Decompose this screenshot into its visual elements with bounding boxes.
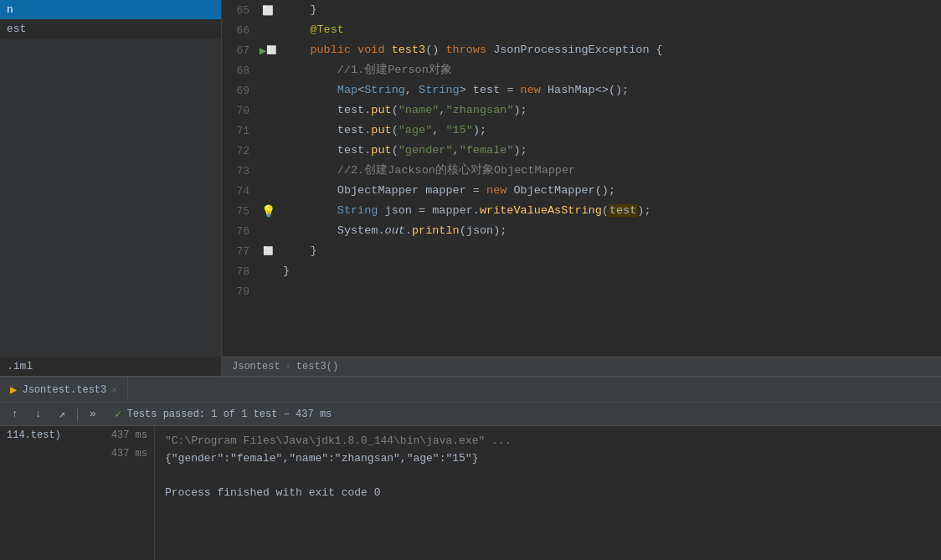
code-line-77: 77 ⬜ } bbox=[222, 241, 941, 261]
breadcrumb-bar: Jsontest › test3() bbox=[222, 357, 941, 376]
code-line-70: 70 test.put("name","zhangsan"); bbox=[222, 100, 941, 121]
test-status: ✓ Tests passed: 1 of 1 test – 437 ms bbox=[108, 407, 338, 421]
editor-area: n est .iml 65 ⬜ } 66 bbox=[0, 0, 941, 376]
line-num-70: 70 bbox=[222, 105, 260, 117]
bookmark-icon-65[interactable]: ⬜ bbox=[262, 5, 274, 16]
run-item-label-0: 114.test) bbox=[7, 429, 61, 441]
line-num-68: 68 bbox=[222, 64, 260, 77]
line-code-67: public void test3() throws JsonProcessin… bbox=[276, 40, 941, 60]
output-line-0: "C:\Program Files\Java\jdk1.8.0_144\bin\… bbox=[165, 433, 931, 450]
test-status-text: Tests passed: 1 of 1 test – 437 ms bbox=[126, 408, 332, 420]
toolbar-dots-btn[interactable]: » bbox=[85, 406, 101, 423]
line-num-79: 79 bbox=[222, 285, 260, 298]
code-line-65: 65 ⬜ } bbox=[222, 0, 941, 20]
sidebar-item-est[interactable]: est bbox=[0, 19, 221, 39]
output-line-3: Process finished with exit code 0 bbox=[165, 485, 931, 502]
line-code-71: test.put("age", "15"); bbox=[276, 121, 941, 141]
output-line-2 bbox=[165, 468, 931, 486]
tab-label: Jsontest.test3 bbox=[22, 384, 106, 396]
test-passed-icon: ✓ bbox=[115, 407, 121, 421]
code-lines: 65 ⬜ } 66 @Test 67 ▶ bbox=[222, 0, 941, 301]
code-line-79: 79 bbox=[222, 281, 941, 301]
line-num-71: 71 bbox=[222, 125, 260, 137]
breadcrumb-method[interactable]: test3() bbox=[296, 361, 338, 372]
toolbar-export-btn[interactable]: ↗ bbox=[54, 406, 70, 423]
line-gutter-65: ⬜ bbox=[260, 5, 276, 16]
run-icon-67[interactable]: ▶ bbox=[260, 44, 266, 58]
run-item-duration-1: 437 ms bbox=[111, 448, 147, 460]
output-line-1: {"gender":"female","name":"zhangsan","ag… bbox=[165, 450, 931, 468]
line-code-76: System.out.println(json); bbox=[276, 221, 941, 241]
bottom-toolbar: ↑ ↓ ↗ » ✓ Tests passed: 1 of 1 test – 43… bbox=[0, 403, 941, 426]
line-code-77: } bbox=[276, 241, 941, 261]
line-num-77: 77 bbox=[222, 245, 260, 258]
line-num-72: 72 bbox=[222, 145, 260, 157]
bottom-tabs: ▶ Jsontest.test3 ✕ bbox=[0, 378, 941, 403]
code-line-78: 78 } bbox=[222, 261, 941, 281]
bottom-panel: ▶ Jsontest.test3 ✕ ↑ ↓ ↗ » ✓ Tests passe… bbox=[0, 376, 941, 560]
toolbar-down-btn[interactable]: ↓ bbox=[30, 406, 47, 423]
line-code-70: test.put("name","zhangsan"); bbox=[276, 100, 941, 121]
bookmark-icon-77[interactable]: ⬜ bbox=[263, 246, 273, 256]
line-num-74: 74 bbox=[222, 185, 260, 198]
line-num-66: 66 bbox=[222, 24, 260, 37]
run-left-panel: 114.test) 437 ms 437 ms bbox=[0, 426, 155, 560]
run-output[interactable]: "C:\Program Files\Java\jdk1.8.0_144\bin\… bbox=[155, 426, 941, 560]
run-item-1[interactable]: 437 ms bbox=[0, 444, 154, 463]
code-line-72: 72 test.put("gender","female"); bbox=[222, 141, 941, 161]
code-line-67: 67 ▶ ⬜ public void test3() throws JsonPr… bbox=[222, 40, 941, 60]
run-item-0[interactable]: 114.test) 437 ms bbox=[0, 426, 154, 444]
code-line-68: 68 //1.创建Person对象 bbox=[222, 60, 941, 80]
line-code-74: ObjectMapper mapper = new ObjectMapper()… bbox=[276, 181, 941, 201]
line-code-68: //1.创建Person对象 bbox=[276, 60, 941, 80]
bottom-tab-jsontest[interactable]: ▶ Jsontest.test3 ✕ bbox=[0, 378, 128, 402]
code-line-76: 76 System.out.println(json); bbox=[222, 221, 941, 241]
breadcrumb-class[interactable]: Jsontest bbox=[232, 361, 280, 372]
line-gutter-67: ▶ ⬜ bbox=[260, 44, 276, 58]
code-panel: 65 ⬜ } 66 @Test 67 ▶ bbox=[222, 0, 941, 376]
code-line-74: 74 ObjectMapper mapper = new ObjectMappe… bbox=[222, 181, 941, 201]
line-code-75: String json = mapper.writeValueAsString(… bbox=[276, 201, 941, 221]
line-gutter-75: 💡 bbox=[260, 204, 276, 218]
sidebar-item-n[interactable]: n bbox=[0, 0, 221, 19]
bottom-content: 114.test) 437 ms 437 ms "C:\Program File… bbox=[0, 426, 941, 560]
sidebar-item-iml[interactable]: .iml bbox=[0, 357, 221, 376]
sidebar-label-n: n bbox=[7, 3, 13, 16]
code-line-66: 66 @Test bbox=[222, 20, 941, 40]
line-gutter-77: ⬜ bbox=[260, 246, 276, 256]
toolbar-up-btn[interactable]: ↑ bbox=[7, 406, 23, 423]
line-num-65: 65 bbox=[222, 4, 260, 17]
breadcrumb-separator: › bbox=[285, 361, 291, 372]
code-line-71: 71 test.put("age", "15"); bbox=[222, 121, 941, 141]
sidebar-bottom bbox=[0, 39, 221, 357]
line-num-76: 76 bbox=[222, 225, 260, 238]
code-line-75: 75 💡 String json = mapper.writeValueAsSt… bbox=[222, 201, 941, 221]
sidebar: n est .iml bbox=[0, 0, 222, 376]
code-content[interactable]: 65 ⬜ } 66 @Test 67 ▶ bbox=[222, 0, 941, 357]
bulb-icon-75[interactable]: 💡 bbox=[261, 204, 275, 218]
line-code-78: } bbox=[276, 261, 941, 281]
tab-close-icon[interactable]: ✕ bbox=[111, 384, 117, 395]
line-num-73: 73 bbox=[222, 165, 260, 177]
run-item-duration-0: 437 ms bbox=[111, 429, 147, 441]
sidebar-label-est: est bbox=[7, 23, 26, 35]
line-code-65: } bbox=[276, 0, 941, 20]
line-num-69: 69 bbox=[222, 85, 260, 97]
line-code-69: Map<String, String> test = new HashMap<>… bbox=[276, 80, 941, 100]
toolbar-separator bbox=[77, 408, 78, 421]
line-num-78: 78 bbox=[222, 265, 260, 278]
line-num-75: 75 bbox=[222, 205, 260, 218]
code-line-69: 69 Map<String, String> test = new HashMa… bbox=[222, 80, 941, 100]
line-code-72: test.put("gender","female"); bbox=[276, 141, 941, 161]
tab-run-icon: ▶ bbox=[10, 383, 17, 397]
bookmark-icon-67[interactable]: ⬜ bbox=[266, 45, 276, 55]
code-line-73: 73 //2.创建Jackson的核心对象ObjectMapper bbox=[222, 161, 941, 181]
line-code-73: //2.创建Jackson的核心对象ObjectMapper bbox=[276, 161, 941, 181]
sidebar-label-iml: .iml bbox=[7, 360, 33, 372]
line-num-67: 67 bbox=[222, 44, 260, 57]
line-code-66: @Test bbox=[276, 20, 941, 40]
